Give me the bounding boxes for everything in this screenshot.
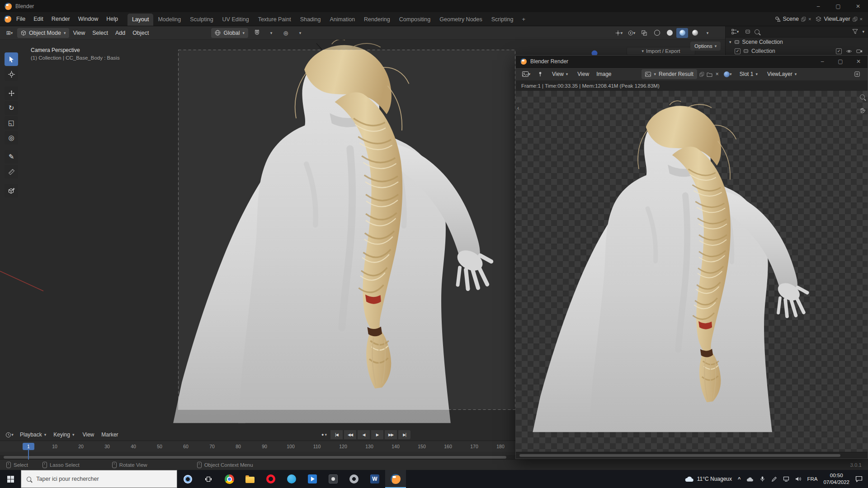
scrollbar-thumb[interactable]: [519, 454, 840, 457]
tool-measure[interactable]: [5, 165, 18, 178]
timeline-dropdown[interactable]: Keying▾: [50, 429, 78, 441]
workspace-tab[interactable]: Shading: [296, 14, 326, 26]
prev-keyframe-button[interactable]: ◀◀: [344, 430, 356, 439]
taskbar-app-word[interactable]: [364, 470, 385, 488]
unlink-image-button[interactable]: ×: [715, 71, 720, 77]
expand-caret-icon[interactable]: ▾: [729, 40, 731, 44]
taskbar-app-media[interactable]: [302, 470, 323, 488]
view-mode-dropdown[interactable]: View▾: [548, 68, 571, 80]
shading-dropdown-button[interactable]: ▾: [702, 28, 713, 38]
outliner-row-collection[interactable]: ✓ Collection ✓: [726, 47, 868, 56]
image-datablock-selector[interactable]: ▾ Render Result: [642, 69, 697, 79]
render-window-titlebar[interactable]: Blender Render – ▢ ✕: [516, 56, 868, 67]
scrollbar-thumb[interactable]: [4, 456, 506, 459]
minimize-button[interactable]: –: [808, 0, 828, 12]
workspace-tab[interactable]: Rendering: [359, 14, 395, 26]
notification-center-icon[interactable]: [855, 476, 863, 482]
mode-dropdown[interactable]: Object Mode ▾: [17, 28, 69, 38]
taskbar-app-blender[interactable]: [385, 470, 406, 488]
search-input[interactable]: [35, 475, 171, 483]
open-image-icon[interactable]: [707, 72, 712, 77]
zoom-tool-icon[interactable]: [860, 94, 865, 99]
viewport-menu-item[interactable]: Object: [129, 26, 152, 40]
tool-cursor[interactable]: [5, 67, 18, 81]
taskbar-app-file-explorer[interactable]: [240, 470, 260, 488]
tool-scale[interactable]: ◱: [5, 116, 18, 130]
workspace-tab[interactable]: Animation: [326, 14, 360, 26]
start-button[interactable]: [0, 470, 21, 488]
close-button[interactable]: ✕: [848, 0, 868, 12]
auto-keying-toggle[interactable]: ●▾: [319, 430, 329, 439]
new-scene-icon[interactable]: [801, 17, 806, 22]
render-close-button[interactable]: ✕: [849, 56, 868, 67]
timeline-menu-item[interactable]: View: [79, 429, 98, 441]
add-workspace-button[interactable]: +: [518, 16, 529, 23]
workspace-tab[interactable]: Modeling: [153, 14, 185, 26]
render-slot-cycle-icon[interactable]: [851, 69, 863, 79]
render-maximize-button[interactable]: ▢: [831, 56, 849, 67]
snap-toggle-button[interactable]: [251, 28, 263, 38]
image-editor-menu-item[interactable]: View: [574, 67, 593, 81]
timeline-menu-item[interactable]: Marker: [98, 429, 122, 441]
new-image-icon[interactable]: [699, 72, 704, 77]
weather-widget[interactable]: 11°C Nuageux: [685, 476, 732, 482]
play-button[interactable]: ▶: [371, 430, 383, 439]
taskbar-app-blue[interactable]: [281, 470, 302, 488]
render-layer-dropdown[interactable]: ViewLayer▾: [764, 68, 800, 80]
viewlayer-name[interactable]: ViewLayer: [824, 16, 850, 22]
scene-name[interactable]: Scene: [783, 16, 799, 22]
timeline-dropdown[interactable]: Playback▾: [16, 429, 50, 441]
maximize-button[interactable]: ▢: [828, 0, 848, 12]
blender-menu-icon[interactable]: [4, 15, 11, 23]
play-reverse-button[interactable]: ◀: [358, 430, 370, 439]
taskbar-app-opera[interactable]: [260, 470, 281, 488]
proportional-dropdown-button[interactable]: ▾: [294, 28, 306, 38]
pen-icon[interactable]: [771, 476, 777, 482]
overlays-dropdown-button[interactable]: ▾: [626, 28, 637, 38]
orientation-dropdown[interactable]: Global ▾: [211, 28, 248, 38]
tray-expand-icon[interactable]: ^: [738, 476, 741, 482]
unlink-scene-icon[interactable]: ×: [808, 16, 811, 22]
menubar-item[interactable]: Help: [102, 12, 122, 26]
shading-material-button[interactable]: [676, 28, 688, 38]
proportional-edit-button[interactable]: ◎: [280, 28, 292, 38]
shading-solid-button[interactable]: [664, 28, 675, 38]
task-view-button[interactable]: [198, 470, 219, 488]
tool-move[interactable]: [5, 86, 18, 100]
menubar-item[interactable]: Window: [74, 12, 102, 26]
viewport-menu-item[interactable]: Add: [112, 26, 129, 40]
display-channels-dropdown[interactable]: ▾: [722, 69, 734, 79]
menubar-item[interactable]: Edit: [29, 12, 47, 26]
workspace-tab[interactable]: Texture Paint: [254, 14, 296, 26]
filter-funnel-icon[interactable]: [852, 29, 858, 34]
render-scrollbar[interactable]: [516, 452, 868, 459]
viewport-menu-item[interactable]: Select: [89, 26, 112, 40]
workspace-tab[interactable]: Geometry Nodes: [435, 14, 486, 26]
pan-hand-icon[interactable]: [859, 108, 865, 114]
remove-viewlayer-icon[interactable]: ×: [860, 16, 863, 22]
workspace-tab[interactable]: UV Editing: [218, 14, 254, 26]
taskbar-search[interactable]: [21, 470, 177, 488]
speaker-icon[interactable]: [795, 476, 801, 482]
snap-dropdown-button[interactable]: ▾: [265, 28, 277, 38]
options-dropdown[interactable]: Options▾: [690, 42, 721, 51]
timeline-editor-button[interactable]: ▾: [4, 430, 15, 440]
workspace-tab[interactable]: Compositing: [395, 14, 435, 26]
render-result-image[interactable]: ‹: [516, 91, 868, 452]
workspace-tab[interactable]: Layout: [127, 14, 154, 26]
tool-add-cube[interactable]: [5, 184, 18, 197]
display-mode-icon[interactable]: [745, 29, 750, 34]
workspace-tab[interactable]: Sculpting: [185, 14, 217, 26]
onedrive-icon[interactable]: [746, 477, 754, 482]
xray-toggle-button[interactable]: [638, 28, 650, 38]
viewport-menu-item[interactable]: View: [69, 26, 89, 40]
network-icon[interactable]: [783, 476, 789, 482]
next-keyframe-button[interactable]: ▶▶: [385, 430, 397, 439]
npanel-import-export-tab[interactable]: ▾Import / Export: [627, 47, 695, 55]
slot-dropdown[interactable]: Slot 1▾: [736, 68, 761, 80]
outliner-editor-button[interactable]: ▾: [729, 28, 741, 36]
taskbar-app-dark[interactable]: [323, 470, 344, 488]
jump-to-end-button[interactable]: ▶|: [398, 430, 410, 439]
workspace-tab[interactable]: Scripting: [487, 14, 518, 26]
collection-checkbox[interactable]: ✓: [735, 48, 741, 54]
